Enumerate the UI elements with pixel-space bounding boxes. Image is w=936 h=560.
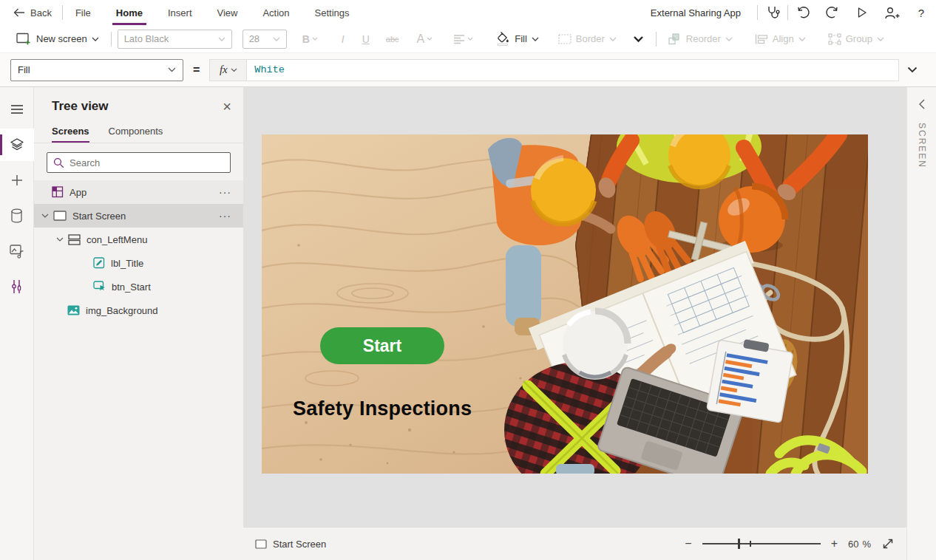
- redo-button[interactable]: [818, 0, 847, 25]
- rail-data-button[interactable]: [0, 199, 34, 232]
- group-icon: [828, 33, 841, 45]
- help-button[interactable]: ?: [906, 0, 936, 25]
- reorder-icon: [668, 33, 682, 45]
- preview-button[interactable]: [847, 0, 877, 25]
- property-dropdown[interactable]: Fill: [10, 59, 183, 81]
- fx-dropdown[interactable]: fx: [210, 60, 247, 81]
- chevron-down-icon: [609, 37, 617, 41]
- property-value: Fill: [18, 64, 168, 75]
- rail-hamburger-button[interactable]: [0, 93, 34, 126]
- underline-button[interactable]: U: [356, 25, 376, 52]
- text-align-button[interactable]: [447, 25, 480, 52]
- border-button[interactable]: Border: [552, 25, 623, 52]
- font-size-dropdown[interactable]: 28: [243, 30, 287, 49]
- rail-advanced-tools-button[interactable]: [0, 270, 34, 303]
- share-button[interactable]: [877, 0, 906, 25]
- zoom-slider-handle[interactable]: [738, 539, 740, 549]
- rail-media-button[interactable]: [0, 235, 34, 267]
- menu-item-settings[interactable]: Settings: [302, 0, 362, 25]
- font-family-dropdown[interactable]: Lato Black: [118, 30, 232, 49]
- tree-item-lbl-title[interactable]: lbl_Title: [34, 251, 243, 275]
- new-screen-icon: [16, 33, 32, 46]
- app-checker-button[interactable]: [758, 0, 787, 25]
- app-screen[interactable]: Safety Inspections Start: [262, 134, 868, 474]
- tree-search-box: [47, 152, 231, 173]
- new-screen-button[interactable]: New screen: [10, 25, 105, 52]
- chevron-down-icon: [168, 67, 176, 72]
- new-screen-label: New screen: [36, 33, 87, 44]
- chevron-down-icon[interactable]: [55, 237, 65, 242]
- play-icon: [856, 7, 868, 18]
- formula-input-wrap: fx White: [209, 59, 899, 81]
- chevron-down-icon: [467, 37, 473, 41]
- undo-button[interactable]: [788, 0, 818, 25]
- font-family-value: Lato Black: [124, 33, 212, 44]
- align-objects-icon: [755, 34, 768, 44]
- tree-item-start-screen[interactable]: Start Screen ···: [34, 204, 243, 228]
- tab-components[interactable]: Components: [109, 121, 163, 143]
- chevron-down-icon: [312, 37, 318, 41]
- left-rail: [0, 87, 34, 560]
- zoom-slider[interactable]: [702, 538, 821, 550]
- tools-icon: [11, 279, 22, 294]
- back-label: Back: [30, 7, 52, 18]
- chevron-down-icon: [907, 66, 918, 73]
- zoom-value: 60: [848, 539, 858, 550]
- top-menu-bar: Back File Home Insert View Action Settin…: [0, 0, 936, 25]
- close-icon[interactable]: ×: [223, 99, 231, 114]
- chevron-down-icon: [273, 37, 280, 41]
- zoom-unit: %: [862, 539, 871, 550]
- rail-tree-view-button[interactable]: [0, 129, 34, 161]
- more-options-icon[interactable]: ···: [214, 186, 236, 198]
- canvas-area[interactable]: Safety Inspections Start: [243, 87, 906, 527]
- menu-item-view[interactable]: View: [205, 0, 251, 25]
- chevron-left-icon[interactable]: [918, 99, 925, 109]
- border-icon: [558, 34, 572, 44]
- strikethrough-button[interactable]: abc: [379, 25, 406, 52]
- border-label: Border: [576, 33, 605, 44]
- italic-button[interactable]: I: [335, 25, 351, 52]
- tree-item-img-background[interactable]: img_Background: [34, 298, 243, 322]
- formula-value: White: [254, 64, 285, 75]
- menu-item-insert[interactable]: Insert: [155, 0, 205, 25]
- formula-bar: Fill = fx White: [0, 53, 936, 87]
- align-button[interactable]: Align: [749, 25, 812, 52]
- reorder-button[interactable]: Reorder: [662, 25, 739, 52]
- tree-item-btn-start[interactable]: btn_Start: [34, 275, 243, 298]
- fill-label: Fill: [515, 33, 527, 44]
- screen-title-label[interactable]: Safety Inspections: [293, 397, 472, 420]
- layers-icon: [10, 137, 24, 152]
- back-arrow-icon: [13, 8, 25, 17]
- formula-input[interactable]: White: [247, 60, 898, 81]
- more-options-icon[interactable]: ···: [214, 210, 236, 222]
- tree-item-con-leftmenu[interactable]: con_LeftMenu: [34, 228, 243, 251]
- tree-view-tabs: Screens Components: [34, 121, 243, 143]
- button-control-icon: [93, 281, 106, 293]
- menu-item-action[interactable]: Action: [250, 0, 302, 25]
- fill-button[interactable]: Fill: [490, 25, 545, 52]
- fit-to-window-button[interactable]: [881, 537, 895, 550]
- ribbon-overflow-button[interactable]: [627, 25, 650, 52]
- zoom-in-button[interactable]: +: [831, 537, 838, 550]
- start-button[interactable]: Start: [320, 327, 444, 364]
- tree-item-app[interactable]: App ···: [34, 180, 243, 204]
- formula-bar-expand-button[interactable]: [899, 66, 926, 73]
- background-image[interactable]: [262, 134, 868, 474]
- group-button[interactable]: Group: [822, 25, 890, 52]
- chevron-down-icon: [231, 68, 237, 72]
- image-control-icon: [67, 305, 80, 315]
- chevron-down-icon[interactable]: [40, 214, 50, 218]
- current-screen-name[interactable]: Start Screen: [273, 539, 326, 550]
- app-icon: [52, 186, 64, 198]
- screen-panel-label[interactable]: SCREEN: [917, 123, 927, 168]
- back-button[interactable]: Back: [0, 7, 62, 18]
- zoom-out-button[interactable]: −: [685, 537, 691, 550]
- bold-button[interactable]: B: [296, 25, 325, 52]
- font-color-button[interactable]: A: [410, 25, 440, 52]
- search-input[interactable]: [69, 157, 224, 168]
- rail-insert-button[interactable]: [0, 164, 34, 197]
- menu-item-home[interactable]: Home: [104, 0, 155, 25]
- label-control-icon: [93, 257, 105, 269]
- menu-item-file[interactable]: File: [63, 0, 104, 25]
- tab-screens[interactable]: Screens: [52, 121, 89, 143]
